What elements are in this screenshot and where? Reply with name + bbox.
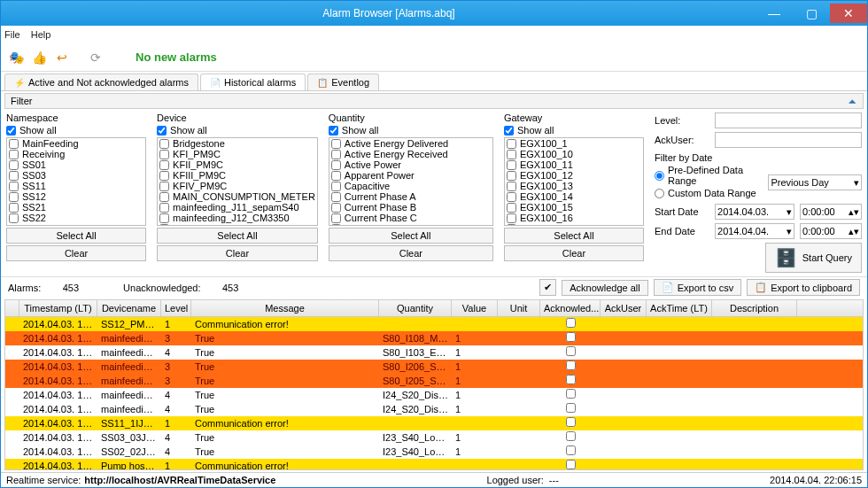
refresh-icon[interactable]: ⟳ bbox=[86, 48, 105, 67]
collapse-icon[interactable]: ⏶ bbox=[848, 96, 857, 106]
ack-checkbox[interactable] bbox=[566, 403, 576, 413]
table-row[interactable]: 2014.04.03. 13:11...Pump hose 0,4kV...1C… bbox=[5, 459, 863, 470]
list-item[interactable]: EGX100_12 bbox=[505, 170, 643, 181]
grid-col-header[interactable]: Description bbox=[712, 300, 797, 316]
startdate-input[interactable]: 2014.04.03.▾ bbox=[715, 204, 794, 220]
list-item[interactable]: EGX100_15 bbox=[505, 202, 643, 213]
table-row[interactable]: 2014.04.03. 13:15...SS12_PM9C_MS...1Comm… bbox=[5, 317, 863, 331]
enddate-input[interactable]: 2014.04.04.▾ bbox=[715, 223, 794, 239]
grid-col-header[interactable]: AckUser bbox=[601, 300, 647, 316]
ack-checkbox[interactable] bbox=[566, 389, 576, 399]
list-item[interactable]: KFI_PM9C bbox=[158, 149, 317, 159]
list-item[interactable]: Current Phase B bbox=[329, 202, 492, 213]
list-item[interactable]: Active Energy Received bbox=[329, 149, 492, 159]
grid-col-header[interactable]: AckTime (LT) bbox=[647, 300, 712, 316]
table-row[interactable]: 2014.04.03. 13:11...mainfeeding_J22_...4… bbox=[5, 388, 863, 402]
grid-col-header[interactable]: Devicename bbox=[97, 300, 161, 316]
tab-eventlog[interactable]: 📋Eventlog bbox=[307, 74, 379, 90]
namespace-selectall[interactable]: Select All bbox=[6, 228, 146, 244]
back-icon[interactable]: ↩ bbox=[52, 48, 72, 67]
grid-col-header[interactable]: Timestamp (LT) bbox=[19, 300, 97, 316]
list-item[interactable]: MAIN_CONSUMPTION_METER bbox=[158, 191, 317, 202]
namespace-clear[interactable]: Clear bbox=[6, 245, 146, 261]
filter-header[interactable]: Filter ⏶ bbox=[4, 93, 864, 109]
device-showall[interactable] bbox=[157, 126, 167, 136]
list-item[interactable]: Current Phase C bbox=[329, 213, 492, 223]
maximize-button[interactable]: ▢ bbox=[793, 4, 830, 23]
close-button[interactable]: ✕ bbox=[830, 4, 867, 23]
list-item[interactable]: EGX100_1 bbox=[505, 138, 643, 149]
namespace-showall[interactable] bbox=[6, 126, 16, 136]
ack-checkbox[interactable] bbox=[566, 445, 576, 455]
grid-col-header[interactable]: Value bbox=[452, 300, 498, 316]
grid-header[interactable]: Timestamp (LT)DevicenameLevelMessageQuan… bbox=[4, 299, 864, 317]
endtime-input[interactable]: 0:00:00▴▾ bbox=[800, 223, 862, 239]
list-item[interactable]: KFIV_PM9C bbox=[158, 181, 317, 191]
gateway-showall[interactable] bbox=[504, 126, 514, 136]
menu-file[interactable]: File bbox=[4, 29, 20, 40]
ackuser-input[interactable] bbox=[715, 132, 862, 148]
tab-historical-alarms[interactable]: 📄Historical alarms bbox=[200, 74, 306, 90]
tab-active-alarms[interactable]: ⚡Active and Not acknowledged alarms bbox=[4, 74, 198, 90]
gateway-list[interactable]: EGX100_1EGX100_10EGX100_11EGX100_12EGX10… bbox=[504, 137, 644, 226]
menu-help[interactable]: Help bbox=[31, 29, 51, 40]
table-row[interactable]: 2014.04.03. 13:11...mainfeeding_J12_...3… bbox=[5, 331, 863, 345]
list-item[interactable]: Capacitive bbox=[329, 181, 492, 191]
device-selectall[interactable]: Select All bbox=[157, 228, 318, 244]
list-item[interactable]: Receiving bbox=[7, 149, 145, 159]
list-item[interactable]: KFII_PM9C bbox=[158, 159, 317, 170]
list-item[interactable]: EGX100_16 bbox=[505, 213, 643, 223]
device-clear[interactable]: Clear bbox=[157, 245, 318, 261]
predefined-range-select[interactable]: Previous Day▾ bbox=[768, 174, 862, 190]
table-row[interactable]: 2014.04.03. 13:11...mainfeeding_J15_...4… bbox=[5, 402, 863, 416]
list-item[interactable]: SS03 bbox=[7, 170, 145, 181]
table-row[interactable]: 2014.04.03. 13:11...SS11_1IJ04_sep...1Co… bbox=[5, 416, 863, 430]
list-item[interactable]: EGX100_17 bbox=[505, 223, 643, 226]
grid-col-header[interactable]: Acknowled... bbox=[540, 300, 601, 316]
level-input[interactable] bbox=[715, 112, 862, 128]
ack-all-toggle[interactable]: ✔ bbox=[539, 279, 556, 296]
list-item[interactable]: SS22 bbox=[7, 213, 145, 223]
quantity-clear[interactable]: Clear bbox=[329, 245, 493, 261]
predefined-radio[interactable] bbox=[655, 171, 664, 181]
ack-checkbox[interactable] bbox=[566, 318, 576, 328]
grid-body[interactable]: 2014.04.03. 13:15...SS12_PM9C_MS...1Comm… bbox=[4, 317, 864, 470]
minimize-button[interactable]: — bbox=[756, 4, 793, 23]
list-item[interactable]: Current Phase A bbox=[329, 191, 492, 202]
ack-checkbox[interactable] bbox=[566, 332, 576, 342]
grid-col-header[interactable]: Quantity bbox=[379, 300, 452, 316]
list-item[interactable]: EGX100_10 bbox=[505, 149, 643, 159]
quantity-selectall[interactable]: Select All bbox=[329, 228, 493, 244]
list-item[interactable]: Active Energy Delivered bbox=[329, 138, 492, 149]
ack-checkbox[interactable] bbox=[566, 360, 576, 370]
list-item[interactable]: mainfeeding_J12_CM3350 bbox=[158, 213, 317, 223]
list-item[interactable]: Bridgestone bbox=[158, 138, 317, 149]
list-item[interactable]: Apparent Power bbox=[329, 170, 492, 181]
list-item[interactable]: EGX100_14 bbox=[505, 191, 643, 202]
list-item[interactable]: mainfeeding_J11_sepamS40 bbox=[158, 202, 317, 213]
namespace-list[interactable]: MainFeedingReceivingSS01SS03SS11SS12SS21… bbox=[6, 137, 146, 226]
table-row[interactable]: 2014.04.03. 13:11...mainfeeding_J12_...4… bbox=[5, 345, 863, 360]
custom-radio[interactable] bbox=[655, 189, 664, 198]
table-row[interactable]: 2014.04.03. 13:11...SS03_03J01_sep...4Tr… bbox=[5, 430, 863, 445]
gateway-clear[interactable]: Clear bbox=[504, 245, 644, 261]
grid-col-header[interactable] bbox=[5, 300, 19, 316]
list-item[interactable]: Disturbance recording memorized bbox=[329, 223, 492, 226]
export-csv-button[interactable]: 📄Export to csv bbox=[654, 279, 742, 296]
ack-checkbox[interactable] bbox=[566, 431, 576, 441]
list-item[interactable]: KFIII_PM9C bbox=[158, 170, 317, 181]
gateway-selectall[interactable]: Select All bbox=[504, 228, 644, 244]
list-item[interactable]: MainFeeding bbox=[7, 138, 145, 149]
list-item[interactable]: SS11 bbox=[7, 181, 145, 191]
starttime-input[interactable]: 0:00:00▴▾ bbox=[800, 204, 862, 220]
list-item[interactable]: Active Power bbox=[329, 159, 492, 170]
list-item[interactable]: SS12 bbox=[7, 191, 145, 202]
device-list[interactable]: BridgestoneKFI_PM9CKFII_PM9CKFIII_PM9CKF… bbox=[157, 137, 318, 226]
mask-icon[interactable]: 🎭 bbox=[6, 48, 26, 67]
acknowledge-all-button[interactable]: Acknowledge all bbox=[562, 280, 648, 296]
ack-checkbox[interactable] bbox=[566, 460, 576, 469]
grid-col-header[interactable]: Level bbox=[161, 300, 191, 316]
table-row[interactable]: 2014.04.03. 13:11...mainfeeding_J12_...3… bbox=[5, 360, 863, 374]
table-row[interactable]: 2014.04.03. 13:11...mainfeeding_J12_...3… bbox=[5, 374, 863, 388]
quantity-showall[interactable] bbox=[329, 126, 338, 136]
